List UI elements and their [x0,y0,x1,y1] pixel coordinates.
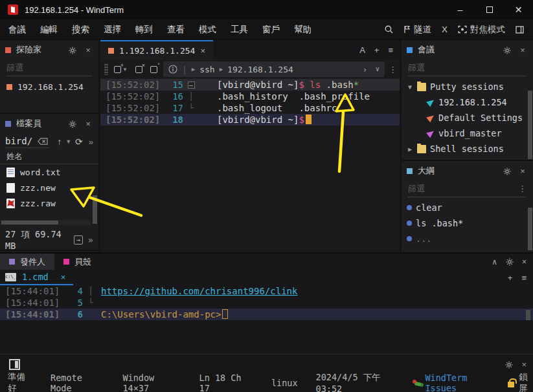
address-bar[interactable]: | ▶ ssh ▶ 192.168.1.254 › ∨ [163,61,385,77]
dock-settings-icon[interactable] [506,257,514,267]
status-window-size[interactable]: Window 14×37 [122,373,176,392]
open-location-icon[interactable]: → [74,235,83,245]
dock-collapse-icon[interactable]: ∧ [492,257,497,267]
toggle-panel-icon[interactable] [9,359,20,370]
new-tab-icon[interactable]: + [374,45,380,55]
sessions-close-icon[interactable]: × [517,45,528,55]
lock-screen-button[interactable]: 鎖屏 [508,371,533,392]
protocol-segment[interactable]: ssh [199,65,214,74]
close-session-button[interactable]: × [133,66,144,73]
info-icon[interactable] [168,65,177,74]
cmd-tab-active[interactable]: c:\_ 1.cmd × [0,270,73,285]
menu-help[interactable]: 幫助 [287,19,319,40]
tree-item-default-settings[interactable]: Default Settings [402,110,533,125]
outline-close-icon[interactable]: × [517,166,528,176]
tree-group-shell-sessions[interactable]: ▶ Shell sessions [402,141,533,157]
menu-mode[interactable]: 模式 [192,19,223,40]
font-size-button[interactable]: A [359,45,365,55]
dock-vscroll-thumb[interactable] [526,310,530,320]
dock-tab-shell[interactable]: 貝殼 [54,254,100,270]
status-os-type[interactable]: linux [271,378,298,388]
menu-view[interactable]: 查看 [160,19,192,40]
menu-goto[interactable]: 轉到 [128,19,160,40]
filer-status-more-icon[interactable]: » [88,235,93,245]
outline-item-clear[interactable]: clear [402,200,533,215]
menu-edit[interactable]: 編輯 [33,19,65,40]
menu-session[interactable]: 會議 [1,19,33,40]
explorer-settings-icon[interactable] [67,45,78,55]
menu-search[interactable]: 搜索 [65,19,96,40]
tunnel-button[interactable]: 隧道 [401,24,434,36]
menu-tools[interactable]: 工具 [223,19,255,40]
sessions-vscroll-thumb[interactable] [528,91,532,159]
toolbar-overflow-icon[interactable]: ⋮ [389,65,397,74]
tree-item-host[interactable]: 192.168.1.254 [402,94,533,110]
tab-list-icon[interactable]: ≡ [388,45,393,55]
refresh-icon[interactable]: ⟳ [75,136,83,147]
sessions-filter-input[interactable]: 篩選 [408,60,527,76]
file-row-zzz-raw[interactable]: zzz.raw [0,195,98,211]
terminal-tab-active[interactable]: 1.192.168.1.254 × [100,40,213,60]
clone-session-button[interactable]: ° [148,66,159,73]
outline-overflow-icon[interactable]: ⋮ [518,184,527,193]
hyperlink[interactable]: https://github.com/chrisant996/clink [101,286,297,296]
focus-mode-button[interactable]: 對焦模式 [455,24,508,36]
minimize-button[interactable]: – [446,0,475,19]
dock-tab-sender[interactable]: 發件人 [0,254,54,270]
filer-close-icon[interactable]: × [83,119,93,129]
filer-horizontal-scrollbar[interactable] [0,220,91,225]
maximize-button[interactable] [475,0,504,19]
toolbar-grip-handle[interactable] [104,63,108,75]
status-cursor-position[interactable]: Ln 18 Ch 17 [199,373,248,392]
new-session-button[interactable]: +▼ [112,66,130,73]
menu-window[interactable]: 窗戶 [255,19,287,40]
outline-item-ls-bash[interactable]: ls .bash* [402,215,533,231]
outline-vscroll-thumb[interactable] [528,208,532,250]
x-server-button[interactable]: X [439,25,450,34]
dock-tab-list-icon[interactable]: ≡ [521,273,527,283]
outline-filter-input[interactable]: 篩選 ⋮ [408,180,527,197]
layout-toggle-icon[interactable] [513,26,527,34]
filer-more-icon[interactable]: » [89,137,93,147]
expander-open-icon[interactable]: ▼ [407,83,413,91]
status-ready[interactable]: 準備好 [8,371,30,392]
search-icon[interactable] [382,25,396,34]
address-segment[interactable]: 192.168.1.254 [227,65,293,74]
path-input[interactable]: bird/ [5,135,49,148]
run-chevron-icon[interactable]: › [363,65,368,74]
fold-collapse-icon[interactable]: – [183,80,199,89]
tree-group-putty-sessions[interactable]: ▼ Putty sessions [402,79,533,94]
filer-hscroll-thumb[interactable] [1,221,58,224]
outline-settings-icon[interactable] [502,166,512,176]
status-mode[interactable]: Remote Mode [51,373,99,392]
outline-item-current[interactable]: ... [402,231,533,246]
tree-item-clipped-host[interactable]: 192.168.1.254 [402,157,533,161]
filer-vscroll-thumb[interactable] [93,195,97,224]
status-datetime[interactable]: 2024/4/5 下午 03:52 [316,372,397,392]
name-column-header[interactable]: 姓名 [0,150,98,164]
up-dropdown-icon[interactable]: ▼ [65,138,71,145]
sessions-settings-icon[interactable] [502,45,512,55]
close-button[interactable]: ✕ [504,0,533,19]
up-directory-icon[interactable]: ↑ [57,136,62,147]
cmd-terminal-output[interactable]: [15:44:01] 4 │ https://github.com/chrisa… [0,285,533,354]
dock-new-tab-icon[interactable]: + [508,273,513,283]
windterm-issues-link[interactable]: WindTerm Issues [413,373,491,392]
expander-closed-icon[interactable]: ▶ [407,146,413,153]
dock-close-icon[interactable]: × [522,257,527,267]
terminal-output[interactable]: [15:52:02] 15 – [vbird@vbird ~]$ ls .bas… [100,79,400,125]
explorer-host-item[interactable]: 192.168.1.254 [0,79,98,94]
filer-settings-icon[interactable] [67,119,78,129]
explorer-filter-input[interactable]: 篩選 [6,60,92,76]
terminal-tab-close-icon[interactable]: × [200,46,205,56]
file-row-word-txt[interactable]: word.txt [0,164,98,180]
explorer-close-icon[interactable]: × [83,45,93,55]
backspace-icon[interactable] [38,138,48,145]
file-row-zzz-new[interactable]: zzz.new [0,180,98,195]
cmd-tab-close-icon[interactable]: × [61,272,66,282]
strip-close-icon[interactable]: × [521,360,527,369]
history-dropdown-icon[interactable]: ∨ [375,65,380,74]
strip-settings-icon[interactable] [505,360,513,369]
tree-item-vbird-master[interactable]: vbird_master [402,125,533,141]
menu-select[interactable]: 選擇 [96,19,128,40]
